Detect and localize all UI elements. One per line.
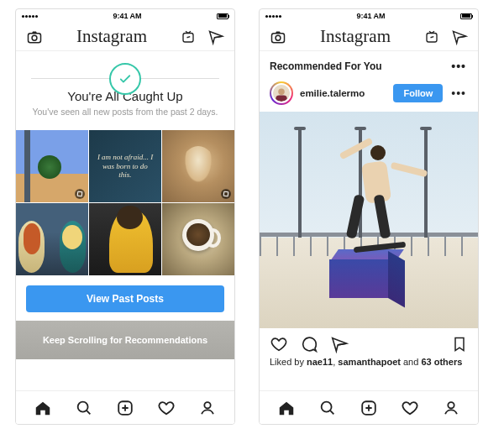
battery-icon [217, 13, 228, 19]
caught-up-divider [31, 78, 219, 79]
direct-message-icon[interactable] [451, 29, 468, 45]
tab-bar [260, 390, 478, 424]
status-bar: 9:41 AM [16, 9, 234, 23]
bookmark-icon[interactable] [451, 335, 468, 353]
camera-icon[interactable] [270, 29, 286, 45]
follow-button[interactable]: Follow [393, 84, 443, 102]
avatar[interactable] [270, 81, 293, 105]
post-actions [260, 328, 478, 355]
thumb-3[interactable] [162, 130, 234, 202]
view-past-posts-button[interactable]: View Past Posts [26, 285, 224, 312]
feed-body: You're All Caught Up You've seen all new… [16, 51, 234, 390]
post-username[interactable]: emilie.talermo [300, 88, 386, 98]
svg-point-10 [278, 89, 285, 96]
thumb-2-quote: I am not afraid... I was born to do this… [89, 130, 161, 202]
recommended-title: Recommended For You [270, 60, 382, 72]
svg-point-1 [32, 35, 37, 40]
tab-home[interactable] [277, 399, 296, 417]
battery-icon [460, 13, 472, 19]
share-icon[interactable] [330, 335, 349, 353]
checkmark-icon [109, 63, 141, 95]
carousel-icon [75, 189, 85, 199]
app-logo: Instagram [76, 26, 147, 47]
status-time: 9:41 AM [113, 12, 141, 20]
suggested-thumbnails: I am not afraid... I was born to do this… [16, 130, 234, 275]
comment-icon[interactable] [300, 335, 318, 353]
tab-profile[interactable] [198, 399, 217, 417]
likes-text[interactable]: Liked by nae11, samanthapoet and 63 othe… [260, 355, 478, 374]
signal-dots [22, 15, 38, 18]
more-options-icon[interactable]: ••• [449, 60, 468, 73]
tab-home[interactable] [34, 399, 52, 417]
igtv-icon[interactable] [181, 29, 196, 44]
tab-add[interactable] [116, 399, 134, 417]
post-more-options-icon[interactable]: ••• [449, 86, 468, 100]
post-image[interactable] [260, 112, 478, 328]
svg-point-3 [78, 401, 88, 411]
app-logo: Instagram [320, 26, 391, 47]
status-time: 9:41 AM [356, 12, 385, 20]
thumb-4[interactable] [16, 203, 88, 275]
thumb-2[interactable]: I am not afraid... I was born to do this… [89, 130, 161, 202]
app-header: Instagram [260, 23, 478, 51]
phone-right: 9:41 AM Instagram Recommended For You ••… [259, 8, 479, 425]
tab-search[interactable] [75, 399, 93, 417]
svg-point-14 [448, 402, 454, 408]
svg-point-5 [204, 402, 210, 408]
phone-left: 9:41 AM Instagram You're All Caught Up [15, 8, 235, 425]
camera-icon[interactable] [26, 29, 43, 45]
status-right [217, 13, 228, 19]
like-icon[interactable] [270, 335, 288, 353]
tab-search[interactable] [318, 399, 337, 417]
tab-activity[interactable] [401, 399, 419, 417]
app-header: Instagram [16, 23, 234, 51]
tab-profile[interactable] [442, 399, 460, 417]
thumb-6[interactable] [162, 203, 234, 275]
svg-point-7 [276, 35, 281, 40]
svg-point-12 [322, 401, 332, 411]
direct-message-icon[interactable] [207, 29, 224, 45]
igtv-icon[interactable] [424, 29, 439, 44]
thumb-1[interactable] [16, 130, 88, 202]
svg-rect-0 [29, 33, 41, 42]
svg-rect-11 [276, 96, 286, 102]
svg-rect-6 [272, 33, 285, 42]
feed-body: Recommended For You ••• emilie.talermo F… [260, 51, 478, 390]
caught-up-subtitle: You've seen all new posts from the past … [31, 107, 219, 117]
keep-scrolling-banner[interactable]: Keep Scrolling for Recommendations [16, 321, 234, 359]
tab-bar [16, 390, 234, 424]
carousel-icon [221, 189, 231, 199]
status-right [460, 13, 472, 19]
thumb-5[interactable] [89, 203, 161, 275]
tab-add[interactable] [360, 399, 378, 417]
tab-activity[interactable] [157, 399, 176, 417]
status-bar: 9:41 AM [260, 9, 478, 23]
signal-dots [265, 15, 281, 18]
post-header: emilie.talermo Follow ••• [260, 78, 478, 112]
